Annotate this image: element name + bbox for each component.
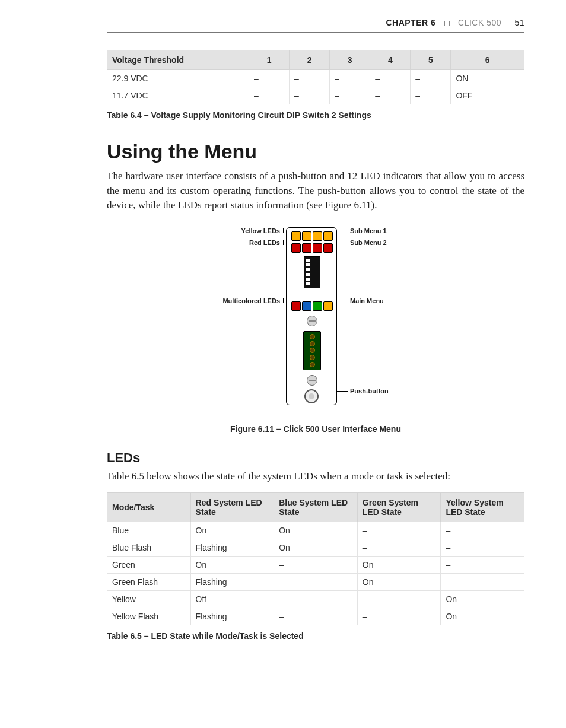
cell: – xyxy=(274,573,358,590)
leader-line xyxy=(337,231,348,231)
led-icon xyxy=(313,243,322,253)
led-icon xyxy=(291,231,301,241)
col-header: 5 xyxy=(411,50,451,70)
subsection-body: Table 6.5 below shows the state of the s… xyxy=(107,469,524,484)
leader-tick xyxy=(283,298,284,303)
screw-icon xyxy=(307,375,317,386)
cell: 11.7 VDC xyxy=(107,87,249,104)
label-main-menu: Main Menu xyxy=(350,297,384,304)
red-led-row xyxy=(291,243,333,253)
cell: – xyxy=(441,556,524,573)
table-row: 22.9 VDC – – – – – ON xyxy=(107,70,524,87)
col-header: 2 xyxy=(290,50,330,70)
table-header-row: Mode/Task Red System LED State Blue Syst… xyxy=(107,492,524,522)
cell: On xyxy=(441,608,524,625)
terminal-pin-icon xyxy=(310,334,315,339)
cell: Flashing xyxy=(190,608,274,625)
table-caption: Table 6.5 – LED State while Mode/Task is… xyxy=(107,631,524,641)
product-label: CLICK 500 xyxy=(458,18,501,27)
cell: – xyxy=(441,539,524,556)
cell: Green Flash xyxy=(107,573,191,590)
header-rule xyxy=(107,32,524,33)
col-header: Yellow System LED State xyxy=(441,492,524,522)
cell: – xyxy=(274,556,358,573)
table-header-row: Voltage Threshold 1 2 3 4 5 6 xyxy=(107,50,524,70)
col-header: 6 xyxy=(451,50,524,70)
cell: – xyxy=(274,590,358,608)
table-row: Blue FlashFlashingOn–– xyxy=(107,539,524,556)
cell: – xyxy=(370,70,411,87)
table-row: Yellow FlashFlashing––On xyxy=(107,608,524,625)
cell: On xyxy=(441,590,524,608)
cell: – xyxy=(441,573,524,590)
cell: On xyxy=(357,556,441,573)
figure-caption: Figure 6.11 – Click 500 User Interface M… xyxy=(107,424,524,434)
cell: Flashing xyxy=(190,539,274,556)
dip-switch-icon xyxy=(304,256,320,288)
terminal-pin-icon xyxy=(310,362,315,367)
leader-line xyxy=(337,243,348,243)
led-icon xyxy=(302,231,311,241)
led-state-table: Mode/Task Red System LED State Blue Syst… xyxy=(107,492,524,625)
led-icon xyxy=(323,231,333,241)
leader-tick xyxy=(348,228,348,233)
col-header: Mode/Task xyxy=(107,492,191,522)
leader-tick xyxy=(283,240,284,245)
terminal-block-icon xyxy=(303,331,321,370)
cell: – xyxy=(441,522,524,539)
cell: – xyxy=(290,70,330,87)
cell: – xyxy=(411,87,451,104)
label-push-button: Push-button xyxy=(350,387,389,395)
col-header: 4 xyxy=(370,50,411,70)
leader-tick xyxy=(348,298,348,303)
table-row: YellowOff––On xyxy=(107,590,524,608)
leader-tick xyxy=(348,389,348,393)
cell: On xyxy=(274,522,358,539)
cell: Flashing xyxy=(190,573,274,590)
terminal-pin-icon xyxy=(310,341,315,346)
cell: 22.9 VDC xyxy=(107,70,249,87)
leader-tick xyxy=(348,240,348,245)
led-icon xyxy=(291,243,301,253)
leader-tick xyxy=(283,228,284,233)
table-caption: Table 6.4 – Voltage Supply Monitoring Ci… xyxy=(107,110,524,120)
cell: – xyxy=(357,522,441,539)
cell: On xyxy=(190,522,274,539)
cell: Green xyxy=(107,556,191,573)
cell: – xyxy=(370,87,411,104)
col-header: Green System LED State xyxy=(357,492,441,522)
push-button-icon xyxy=(304,389,319,403)
yellow-led-row xyxy=(291,231,333,241)
cell: – xyxy=(357,539,441,556)
led-icon xyxy=(323,243,333,253)
table-row: 11.7 VDC – – – – – OFF xyxy=(107,87,524,104)
multicolor-led-row xyxy=(291,301,333,311)
cell: On xyxy=(190,556,274,573)
leader-line xyxy=(337,301,348,301)
cell: Yellow Flash xyxy=(107,608,191,625)
terminal-pin-icon xyxy=(310,348,315,353)
chapter-label: CHAPTER 6 xyxy=(386,18,435,27)
cell: Blue Flash xyxy=(107,539,191,556)
device-outline xyxy=(286,227,337,405)
page-header: CHAPTER 6 CLICK 500 51 xyxy=(107,18,524,32)
cell: – xyxy=(357,608,441,625)
leader-line xyxy=(337,391,348,392)
cell: Off xyxy=(190,590,274,608)
label-multi-leds: Multicolored LEDs xyxy=(222,297,280,304)
section-title: Using the Menu xyxy=(107,140,524,163)
led-icon xyxy=(313,301,322,311)
label-submenu1: Sub Menu 1 xyxy=(350,227,387,234)
section-body: The hardware user interface consists of … xyxy=(107,169,524,213)
cell: Yellow xyxy=(107,590,191,608)
figure-wrapper: Yellow LEDs Red LEDs Multicolored LEDs S… xyxy=(107,222,524,434)
voltage-threshold-table: Voltage Threshold 1 2 3 4 5 6 22.9 VDC –… xyxy=(107,50,524,104)
terminal-pin-icon xyxy=(310,355,315,360)
col-header: Red System LED State xyxy=(190,492,274,522)
col-header: 1 xyxy=(249,50,290,70)
col-header: Blue System LED State xyxy=(274,492,358,522)
label-submenu2: Sub Menu 2 xyxy=(350,239,387,246)
cell: Blue xyxy=(107,522,191,539)
led-icon xyxy=(323,301,333,311)
screw-icon xyxy=(307,316,317,326)
